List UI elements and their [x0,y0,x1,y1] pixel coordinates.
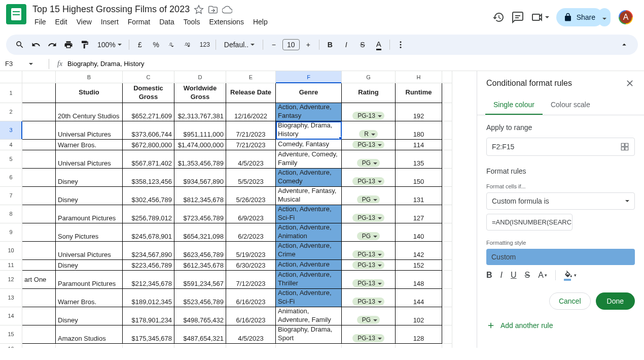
cell[interactable]: $358,123,456 [123,169,174,187]
text-color-icon[interactable]: A [371,37,386,52]
formula-bar[interactable] [65,60,644,68]
style-bold[interactable]: B [486,271,492,280]
row-header-13[interactable]: 13 [0,289,22,307]
cell[interactable]: Action, Adventure [276,260,342,271]
cell[interactable] [22,344,56,348]
cell[interactable] [22,187,56,205]
header-cell[interactable]: Runtime [396,83,442,103]
move-folder-icon[interactable] [208,5,218,15]
cell[interactable]: Adventure, Fantasy, Musical [276,187,342,205]
rating-chip[interactable]: PG-13 [352,298,384,306]
cell[interactable] [22,260,56,271]
cell[interactable] [22,169,56,187]
style-strikethrough[interactable]: S [525,271,530,280]
share-dropdown[interactable] [598,8,611,26]
cell[interactable] [276,344,342,348]
rule-type-select[interactable]: Custom formula is [486,192,635,210]
cell[interactable]: 148 [396,271,442,289]
cell[interactable]: Universal Pictures [56,150,123,169]
cell[interactable]: 6/9/2023 [226,205,276,223]
col-header-f[interactable]: F [276,71,342,83]
close-icon[interactable] [625,78,635,88]
header-cell[interactable]: Release Date [226,83,276,103]
tab-single-colour[interactable]: Single colour [485,95,543,115]
more-toolbar-icon[interactable] [393,37,408,52]
cell[interactable]: 152 [396,260,442,271]
cell[interactable]: Disney [56,307,123,325]
cell[interactable]: Comedy, Fantasy [276,140,342,150]
cell[interactable]: 6/16/2023 [226,307,276,325]
decrease-decimal-icon[interactable]: .0 [165,37,180,52]
row-header-4[interactable]: 4 [0,140,22,150]
cell[interactable] [56,344,123,348]
menu-view[interactable]: View [73,16,96,28]
rating-chip[interactable]: PG [357,159,380,167]
menu-format[interactable]: Format [124,16,154,28]
cell[interactable]: $175,345,678 [123,325,174,344]
cell[interactable]: PG-13 [342,271,396,289]
collapse-toolbar-icon[interactable] [617,37,632,52]
cell[interactable]: 5/19/2023 [226,242,276,260]
select-all-corner[interactable] [0,71,22,83]
cell[interactable]: $591,234,567 [174,271,226,289]
cell[interactable] [22,307,56,325]
search-menus-icon[interactable] [12,37,27,52]
cell[interactable]: 128 [396,325,442,344]
col-header-h[interactable]: H [396,71,442,83]
range-input[interactable]: F2:F15 [486,138,635,156]
cell[interactable]: $612,345,678 [174,260,226,271]
cell[interactable]: Animation, Adventure, Family [276,307,342,325]
col-header-a[interactable] [22,71,56,83]
cell[interactable]: $652,271,609 [123,103,174,121]
cell[interactable]: PG-13 [342,289,396,307]
cell[interactable]: $951,111,000 [174,121,226,140]
zoom-select[interactable]: 100% [93,41,126,49]
cell[interactable]: PG-13 [342,325,396,344]
increase-decimal-icon[interactable]: .00 [181,37,196,52]
cell[interactable]: $723,456,789 [174,205,226,223]
tab-colour-scale[interactable]: Colour scale [543,95,598,115]
redo-icon[interactable] [45,37,60,52]
header-cell[interactable]: Domestic Gross [123,83,174,103]
row-header-5[interactable]: 5 [0,150,22,169]
rating-chip[interactable]: PG-13 [352,141,384,149]
row-header-8[interactable]: 8 [0,205,22,223]
cell[interactable]: $212,345,678 [123,271,174,289]
cell[interactable]: 5/5/2023 [226,169,276,187]
row-header-6[interactable]: 6 [0,169,22,187]
cell[interactable]: PG [342,223,396,242]
menu-insert[interactable]: Insert [97,16,123,28]
cell[interactable] [442,344,452,348]
cell[interactable] [226,344,276,348]
cell[interactable]: Action, Adventure, Thriller [276,271,342,289]
cell[interactable]: 7/21/2023 [226,140,276,150]
cell[interactable]: 7/21/2023 [226,121,276,140]
cell[interactable]: PG-13 [342,260,396,271]
cell[interactable]: 127 [396,205,442,223]
cell[interactable] [123,344,174,348]
rating-chip[interactable]: PG [357,195,380,204]
cell[interactable]: PG-13 [342,140,396,150]
cell[interactable]: 142 [396,242,442,260]
menu-extensions[interactable]: Extensions [205,16,247,28]
cell[interactable]: 6/16/2023 [226,289,276,307]
cell[interactable]: $245,678,901 [123,223,174,242]
cell[interactable] [22,223,56,242]
row-header-2[interactable]: 2 [0,103,22,121]
menu-data[interactable]: Data [155,16,178,28]
menu-help[interactable]: Help [249,16,272,28]
cell[interactable]: $234,567,890 [123,242,174,260]
col-header-g[interactable]: G [342,71,396,83]
col-header-b[interactable]: B [56,71,123,83]
cell[interactable] [22,325,56,344]
cell[interactable]: $1,353,456,789 [174,150,226,169]
cell[interactable]: 20th Century Studios [56,103,123,121]
cell[interactable]: 7/12/2023 [226,271,276,289]
rating-chip[interactable]: PG [357,316,380,324]
cell[interactable]: Action, Adventure, Fantasy [276,103,342,121]
paint-format-icon[interactable] [77,37,92,52]
cell[interactable] [396,344,442,348]
cell[interactable]: $934,567,890 [174,169,226,187]
cell[interactable]: PG [342,307,396,325]
rating-chip[interactable]: PG [357,232,380,240]
